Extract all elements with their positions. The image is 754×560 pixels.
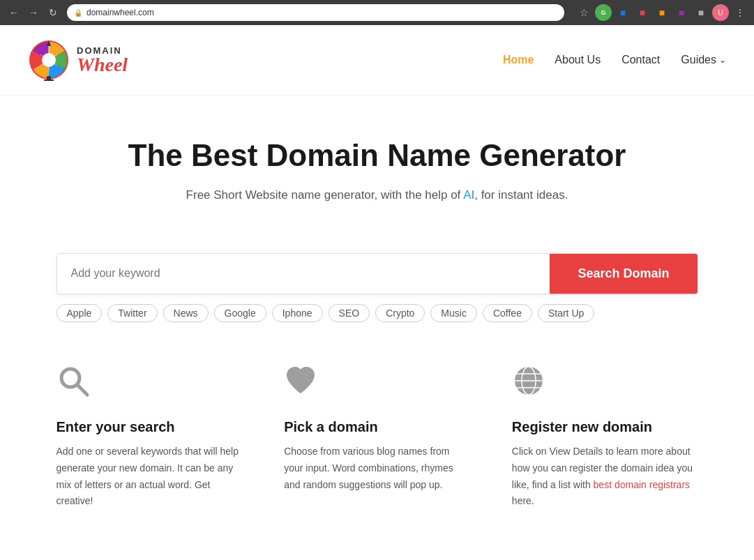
search-feature-icon <box>56 364 243 405</box>
extension-button-3[interactable]: ■ <box>654 4 670 21</box>
search-section: Search Domain AppleTwitterNewsGoogleIpho… <box>29 253 726 322</box>
logo-area: DOMAIN Wheel <box>28 39 128 81</box>
bookmark-button[interactable]: ☆ <box>575 4 592 21</box>
url-text: domainwheel.com <box>86 8 154 17</box>
user-avatar[interactable]: U <box>712 4 729 21</box>
subtitle-part2: , for instant ideas. <box>474 188 568 202</box>
browser-actions: ☆ G ■ ■ ■ ■ ■ U ⋮ <box>575 4 748 21</box>
best-registrars-link[interactable]: best domain registrars <box>594 479 691 490</box>
search-tag[interactable]: Music <box>430 304 477 322</box>
address-bar[interactable]: 🔒 domainwheel.com <box>67 4 564 21</box>
subtitle-part1: , with the help of <box>375 188 464 202</box>
heart-feature-icon <box>284 364 470 405</box>
logo-wheel-graphic <box>28 39 70 81</box>
extension-button-2[interactable]: ■ <box>634 4 651 21</box>
nav-buttons: ← → ↻ <box>6 4 61 21</box>
forward-button[interactable]: → <box>25 4 42 21</box>
subtitle-free: Free Short Website name generator <box>186 188 375 202</box>
feature-register: Register new domain Click on View Detail… <box>512 364 698 510</box>
globe-icon-svg <box>512 364 545 398</box>
search-tag[interactable]: Coffee <box>483 304 532 322</box>
search-tag[interactable]: Apple <box>56 304 103 322</box>
feature-register-title: Register new domain <box>512 419 698 435</box>
globe-feature-icon <box>512 364 698 405</box>
google-account-button[interactable]: G <box>595 4 612 21</box>
search-tag[interactable]: Start Up <box>538 304 594 322</box>
search-icon-svg <box>56 364 90 398</box>
nav-home[interactable]: Home <box>503 54 534 66</box>
logo-wheel-text: Wheel <box>77 55 128 75</box>
search-bar: Search Domain <box>56 253 698 294</box>
hero-title: The Best Domain Name Generator <box>28 137 726 174</box>
menu-button[interactable]: ⋮ <box>732 4 748 21</box>
feature-search: Enter your search Add one or several key… <box>56 364 243 510</box>
website: DOMAIN Wheel Home About Us Contact Guide… <box>0 25 754 560</box>
wheel-svg <box>28 39 70 81</box>
feature-pick: Pick a domain Choose from various blog n… <box>284 364 470 510</box>
heart-icon-svg <box>284 364 317 398</box>
search-input[interactable] <box>57 254 550 294</box>
site-header: DOMAIN Wheel Home About Us Contact Guide… <box>0 25 754 96</box>
extension-button-4[interactable]: ■ <box>673 4 690 21</box>
search-tag[interactable]: Iphone <box>272 304 323 322</box>
logo-text: DOMAIN Wheel <box>77 46 128 75</box>
feature-pick-title: Pick a domain <box>284 419 470 435</box>
nav-contact[interactable]: Contact <box>621 54 660 66</box>
search-domain-button[interactable]: Search Domain <box>550 254 697 294</box>
features-section: Enter your search Add one or several key… <box>29 364 726 552</box>
reload-button[interactable]: ↻ <box>45 4 61 21</box>
extension-button-5[interactable]: ■ <box>693 4 709 21</box>
guides-chevron-icon: ⌄ <box>719 55 726 65</box>
hero-subtitle: Free Short Website name generator, with … <box>28 186 726 204</box>
feature-register-desc: Click on View Details to learn more abou… <box>512 444 698 510</box>
hero-section: The Best Domain Name Generator Free Shor… <box>0 96 754 232</box>
site-nav: Home About Us Contact Guides ⌄ <box>503 54 726 66</box>
nav-about[interactable]: About Us <box>555 54 601 66</box>
lock-icon: 🔒 <box>74 9 82 17</box>
nav-guides-container[interactable]: Guides ⌄ <box>681 54 726 66</box>
browser-chrome: ← → ↻ 🔒 domainwheel.com ☆ G ■ ■ ■ ■ ■ U … <box>0 0 754 25</box>
search-tag[interactable]: Twitter <box>107 304 157 322</box>
back-button[interactable]: ← <box>6 4 22 21</box>
feature-search-desc: Add one or several keywords that will he… <box>56 444 243 510</box>
search-tags: AppleTwitterNewsGoogleIphoneSEOCryptoMus… <box>56 304 698 322</box>
subtitle-ai: AI <box>463 188 474 202</box>
extension-button-1[interactable]: ■ <box>614 4 631 21</box>
search-tag[interactable]: News <box>163 304 209 322</box>
svg-line-12 <box>77 385 87 395</box>
nav-guides[interactable]: Guides <box>681 54 716 66</box>
search-tag[interactable]: SEO <box>329 304 370 322</box>
search-tag[interactable]: Crypto <box>375 304 425 322</box>
svg-rect-10 <box>44 80 54 81</box>
feature-pick-desc: Choose from various blog names from your… <box>284 444 470 493</box>
search-tag[interactable]: Google <box>214 304 266 322</box>
feature-search-title: Enter your search <box>56 419 243 435</box>
